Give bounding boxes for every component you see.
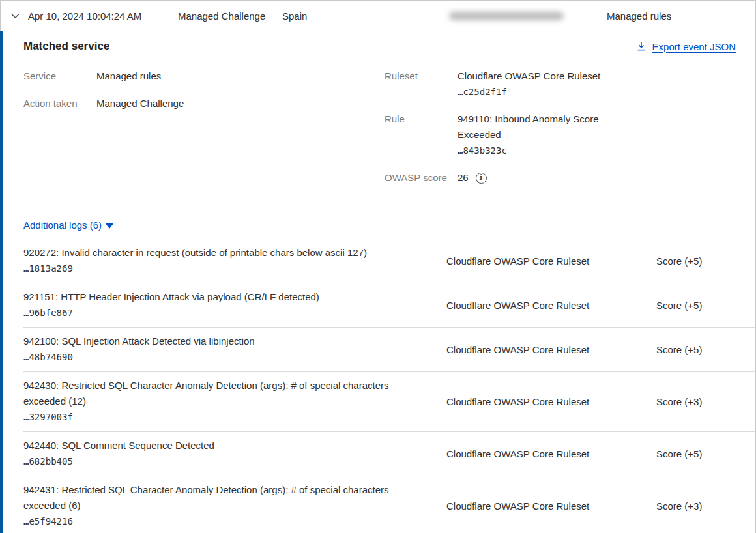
export-link-label: Export event JSON	[652, 41, 736, 52]
log-ruleset: Cloudflare OWASP Core Ruleset	[446, 255, 656, 266]
log-row: 942440: SQL Comment Sequence Detected …6…	[23, 432, 755, 476]
page-title: Matched service	[23, 40, 109, 53]
ruleset-id: …c25d2f1f	[458, 84, 600, 100]
export-event-json-link[interactable]: Export event JSON	[636, 41, 736, 52]
field-service-value: Managed rules	[96, 68, 161, 84]
log-score: Score (+3)	[656, 500, 755, 511]
field-action-taken: Action taken Managed Challenge	[23, 96, 385, 111]
log-score: Score (+5)	[656, 448, 755, 459]
log-ruleset: Cloudflare OWASP Core Ruleset	[446, 448, 656, 459]
field-ruleset-label: Ruleset	[385, 68, 458, 100]
additional-logs-label: Additional logs (6)	[23, 220, 102, 231]
log-score: Score (+5)	[656, 344, 755, 355]
field-ruleset-value: Cloudflare OWASP Core Ruleset …c25d2f1f	[458, 68, 600, 100]
log-rule-id: …48b74690	[23, 349, 410, 365]
ruleset-name: Cloudflare OWASP Core Ruleset	[458, 70, 600, 81]
owasp-score-value: 26	[458, 170, 469, 186]
event-action: Managed Challenge	[178, 10, 282, 22]
event-timestamp: Apr 10, 2024 10:04:24 AM	[28, 10, 178, 22]
download-icon	[636, 41, 647, 51]
log-rule-id: …3297003f	[23, 409, 410, 425]
log-description: 942431: Restricted SQL Character Anomaly…	[23, 482, 410, 513]
log-score: Score (+3)	[656, 396, 755, 407]
event-country: Spain	[282, 10, 449, 22]
log-description: 942430: Restricted SQL Character Anomaly…	[23, 378, 410, 409]
additional-logs-list: 920272: Invalid character in request (ou…	[23, 239, 755, 533]
log-rule-id: …96bfe867	[23, 305, 410, 321]
log-row: 942430: Restricted SQL Character Anomaly…	[23, 372, 755, 432]
event-detail-panel: Matched service Export event JSON Servic…	[0, 31, 755, 533]
event-service: Managed rules	[607, 10, 755, 22]
field-rule-value: 949110: Inbound Anomaly Score Exceeded ……	[458, 111, 620, 158]
log-description: 942100: SQL Injection Attack Detected vi…	[23, 334, 410, 349]
log-description: 921151: HTTP Header Injection Attack via…	[23, 289, 410, 305]
log-description: 942440: SQL Comment Sequence Detected	[23, 438, 410, 454]
log-ruleset: Cloudflare OWASP Core Ruleset	[446, 500, 656, 511]
log-rule-id: …1813a269	[23, 261, 410, 276]
log-ruleset: Cloudflare OWASP Core Ruleset	[446, 396, 656, 407]
log-row: 942100: SQL Injection Attack Detected vi…	[23, 328, 755, 372]
field-service-label: Service	[23, 68, 96, 84]
info-icon[interactable]: i	[476, 173, 487, 184]
rule-name: 949110: Inbound Anomaly Score Exceeded	[458, 113, 599, 140]
field-ruleset: Ruleset Cloudflare OWASP Core Ruleset …c…	[385, 68, 755, 100]
log-description: 920272: Invalid character in request (ou…	[23, 245, 410, 261]
field-owasp-score-label: OWASP score	[385, 170, 458, 186]
field-action-taken-label: Action taken	[23, 96, 96, 111]
field-action-taken-value: Managed Challenge	[96, 96, 184, 111]
log-score: Score (+5)	[656, 255, 755, 266]
field-owasp-score: OWASP score 26 i	[385, 170, 755, 186]
additional-logs-toggle[interactable]: Additional logs (6)	[23, 220, 114, 231]
event-detail-frame: Apr 10, 2024 10:04:24 AM Managed Challen…	[0, 0, 756, 533]
log-ruleset: Cloudflare OWASP Core Ruleset	[446, 300, 656, 311]
field-service: Service Managed rules	[23, 68, 385, 84]
rule-id: …843b323c	[458, 143, 620, 158]
log-rule-id: …e5f94216	[23, 513, 410, 529]
chevron-down-icon[interactable]	[10, 10, 28, 22]
event-summary-row[interactable]: Apr 10, 2024 10:04:24 AM Managed Challen…	[0, 1, 755, 31]
caret-down-icon	[105, 223, 114, 229]
log-rule-id: …682bb405	[23, 454, 410, 469]
log-score: Score (+5)	[656, 300, 755, 311]
log-row: 920272: Invalid character in request (ou…	[23, 239, 755, 283]
log-ruleset: Cloudflare OWASP Core Ruleset	[446, 344, 656, 355]
field-rule-label: Rule	[385, 111, 458, 158]
log-row: 942431: Restricted SQL Character Anomaly…	[23, 476, 755, 533]
log-row: 921151: HTTP Header Injection Attack via…	[23, 283, 755, 328]
redacted-blur	[449, 12, 564, 20]
redacted-field	[449, 12, 564, 20]
field-rule: Rule 949110: Inbound Anomaly Score Excee…	[385, 111, 755, 158]
